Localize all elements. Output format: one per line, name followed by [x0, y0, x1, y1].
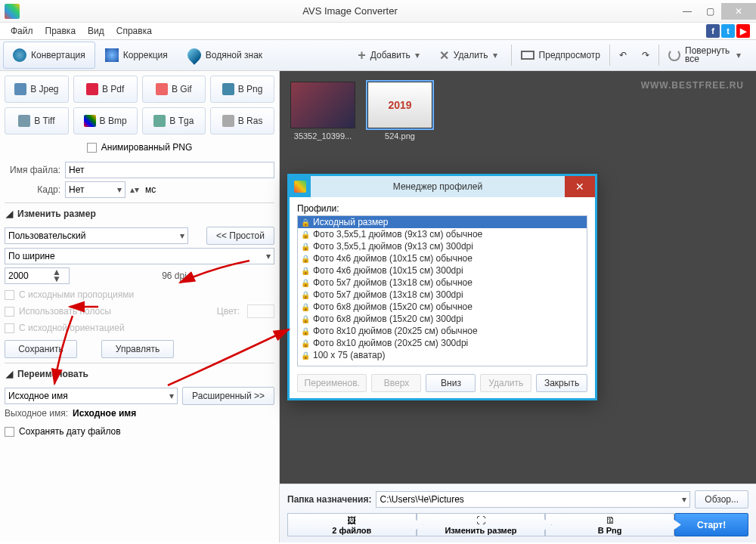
caret-icon: ◢ — [6, 209, 13, 219]
simple-button[interactable]: << Простой — [206, 227, 274, 245]
facebook-icon[interactable]: f — [706, 24, 720, 38]
files-icon: 🖼 — [347, 515, 356, 526]
maximize-button[interactable]: ▢ — [699, 3, 721, 20]
dialog-close-button[interactable]: ✕ — [565, 176, 595, 197]
frame-select[interactable]: Нет▾ — [65, 181, 125, 198]
rotate-left-button[interactable]: ↶ — [612, 43, 634, 67]
resize-value-input[interactable] — [5, 268, 51, 283]
format-tiff[interactable]: В Tiff — [5, 107, 69, 134]
use-bars-label: Использовать полосы — [19, 306, 111, 317]
menu-view[interactable]: Вид — [83, 24, 109, 38]
tab-correct[interactable]: Коррекция — [95, 42, 178, 69]
format-icon: 🖻 — [606, 515, 615, 526]
save-profile-button[interactable]: Сохранить — [5, 340, 77, 358]
caret-icon: ◢ — [6, 369, 13, 379]
dialog-title: Менеджер профилей — [393, 181, 482, 192]
filename-input[interactable] — [65, 162, 274, 178]
tab-watermark-label: Водяной знак — [206, 50, 262, 60]
chevron-down-icon[interactable]: ▾ — [493, 50, 502, 60]
menu-edit[interactable]: Правка — [41, 24, 81, 38]
separator — [511, 45, 512, 66]
profile-item[interactable]: 🔒Фото 6x8 дюймов (15x20 см) 300dpi — [298, 313, 587, 325]
chevron-down-icon: ▾ — [266, 251, 271, 261]
resize-by-select[interactable]: По ширине▾ — [5, 248, 274, 264]
profile-item-label: Фото 3,5x5,1 дюймов (9x13 см) 300dpi — [313, 241, 473, 252]
resize-value-stepper[interactable]: ▲▼ — [5, 267, 70, 284]
keep-date-checkbox[interactable] — [5, 427, 14, 437]
move-up-button: Вверх — [371, 374, 421, 392]
ras-icon — [222, 115, 234, 127]
chevron-down-icon[interactable]: ▾ — [415, 50, 424, 60]
profile-item-label: Фото 4x6 дюймов (10x15 см) обычное — [313, 253, 472, 264]
profiles-list[interactable]: 🔒Исходный размер🔒Фото 3,5x5,1 дюймов (9x… — [297, 215, 587, 366]
app-icon — [5, 4, 20, 19]
filename-label: Имя файла: — [5, 165, 60, 175]
manage-profile-button[interactable]: Управлять — [101, 340, 174, 358]
chevron-down-icon[interactable]: ▾ — [736, 50, 745, 60]
bottom-bar: Папка назначения: C:\Users\Че\Pictures▾ … — [280, 484, 756, 542]
step-format-label: В Png — [598, 526, 622, 535]
browse-button[interactable]: Обзор... — [695, 490, 748, 508]
delete-button[interactable]: ✕Удалить▾ — [432, 43, 510, 67]
step-resize[interactable]: ⛶Изменить размер — [417, 513, 546, 536]
outname-label: Выходное имя: — [5, 408, 68, 419]
profile-item[interactable]: 🔒Исходный размер — [298, 216, 587, 228]
step-files[interactable]: 🖼2 файлов — [287, 513, 417, 536]
profile-item[interactable]: 🔒Фото 4x6 дюймов (10x15 см) 300dpi — [298, 264, 587, 277]
profile-item-label: Фото 8x10 дюймов (20x25 см) обычное — [313, 326, 478, 336]
format-label: В Tga — [169, 116, 194, 126]
profile-item[interactable]: 🔒Фото 3,5x5,1 дюймов (9x13 см) обычное — [298, 228, 587, 240]
format-tga[interactable]: В Tga — [142, 107, 206, 134]
gif-icon — [156, 83, 168, 95]
preview-icon — [521, 51, 534, 60]
profile-item[interactable]: 🔒Фото 6x8 дюймов (15x20 см) обычное — [298, 301, 587, 313]
format-ras[interactable]: В Ras — [210, 107, 274, 134]
step-format[interactable]: 🖻В Png — [545, 513, 674, 536]
close-button[interactable]: ✕ — [721, 3, 756, 20]
menu-help[interactable]: Справка — [112, 24, 156, 38]
format-jpeg[interactable]: В Jpeg — [5, 76, 69, 103]
separator — [609, 45, 610, 66]
profile-item[interactable]: 🔒100 x 75 (аватар) — [298, 349, 587, 361]
profile-item[interactable]: 🔒Фото 5x7 дюймов (13x18 см) 300dpi — [298, 289, 587, 301]
menu-file[interactable]: Файл — [6, 24, 38, 38]
advanced-button[interactable]: Расширенный >> — [182, 387, 274, 405]
rotate-all-button[interactable]: Повернуть все▾ — [661, 43, 753, 67]
frame-spin[interactable]: ▴▾ — [130, 184, 141, 195]
profile-item[interactable]: 🔒Фото 4x6 дюймов (10x15 см) обычное — [298, 252, 587, 264]
thumbnail[interactable]: 2019 524.png — [367, 82, 432, 141]
animated-checkbox[interactable] — [87, 143, 97, 153]
youtube-icon[interactable]: ▶ — [736, 24, 750, 38]
lock-icon: 🔒 — [301, 291, 309, 299]
close-profile-button[interactable]: Закрыть — [536, 374, 587, 392]
rotate-right-button[interactable]: ↷ — [634, 43, 657, 67]
format-gif[interactable]: В Gif — [142, 76, 206, 103]
preview-button[interactable]: Предпросмотр — [513, 43, 608, 67]
delete-label: Удалить — [454, 50, 488, 60]
tab-convert[interactable]: Конвертация — [3, 42, 95, 69]
profile-item[interactable]: 🔒Фото 5x7 дюймов (13x18 см) обычное — [298, 277, 587, 289]
dest-path-select[interactable]: C:\Users\Че\Pictures▾ — [376, 491, 690, 508]
spin-down[interactable]: ▼ — [51, 276, 63, 283]
format-png[interactable]: В Png — [210, 76, 274, 103]
rename-preset-select[interactable]: Исходное имя▾ — [5, 388, 178, 404]
tab-watermark[interactable]: Водяной знак — [178, 42, 272, 69]
keep-aspect-checkbox — [5, 290, 14, 300]
resize-heading[interactable]: ◢Изменить размер — [5, 206, 274, 224]
rename-preset-value: Исходное имя — [8, 391, 68, 401]
minimize-button[interactable]: — — [676, 3, 699, 20]
profile-item[interactable]: 🔒Фото 3,5x5,1 дюймов (9x13 см) 300dpi — [298, 240, 587, 252]
start-button[interactable]: Старт! — [674, 513, 748, 536]
twitter-icon[interactable]: t — [721, 24, 735, 38]
format-bmp[interactable]: В Bmp — [73, 107, 138, 134]
move-down-button[interactable]: Вниз — [426, 374, 476, 392]
thumbnail[interactable]: 35352_10399... — [290, 82, 355, 141]
format-pdf[interactable]: В Pdf — [73, 76, 138, 103]
title-bar: AVS Image Converter — ▢ ✕ — [0, 0, 756, 23]
resize-mode-select[interactable]: Пользовательский▾ — [5, 227, 188, 244]
profile-item[interactable]: 🔒Фото 8x10 дюймов (20x25 см) обычное — [298, 325, 587, 337]
profile-item[interactable]: 🔒Фото 8x10 дюймов (20x25 см) 300dpi — [298, 337, 587, 349]
add-button[interactable]: +Добавить▾ — [350, 43, 432, 67]
rename-heading[interactable]: ◢Переименовать — [5, 366, 274, 384]
use-bars-checkbox — [5, 307, 14, 317]
